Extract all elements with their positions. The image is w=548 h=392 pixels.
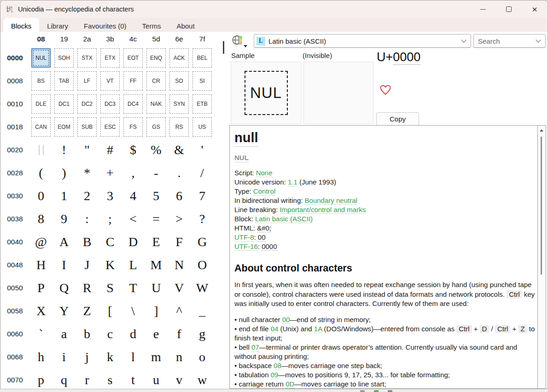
- grid-cell[interactable]: ^: [168, 300, 191, 323]
- grid-cell[interactable]: FS: [122, 115, 145, 138]
- tab-about[interactable]: About: [169, 18, 202, 32]
- grid-cell[interactable]: s: [99, 369, 122, 389]
- grid-cell[interactable]: Q: [52, 277, 76, 300]
- grid-cell[interactable]: EOM: [52, 115, 76, 138]
- grid-cell[interactable]: ;: [99, 208, 122, 231]
- grid-cell[interactable]: SO: [168, 69, 191, 92]
- detail-link[interactable]: 09: [271, 371, 279, 379]
- grid-cell[interactable]: DC1: [52, 92, 76, 115]
- grid-cell[interactable]: N: [168, 254, 191, 277]
- grid-cell[interactable]: :: [76, 208, 99, 231]
- grid-cell[interactable]: L: [122, 254, 145, 277]
- grid-cell[interactable]: NAK: [145, 92, 168, 115]
- grid-cell[interactable]: VT: [99, 69, 122, 92]
- grid-cell[interactable]: V: [168, 277, 191, 300]
- grid-cell[interactable]: <: [122, 208, 145, 231]
- grid-cell[interactable]: EOT: [122, 46, 145, 69]
- grid-cell[interactable]: Z: [76, 300, 99, 323]
- grid-cell[interactable]: 6: [168, 184, 191, 208]
- grid-cell[interactable]: 5: [145, 184, 168, 208]
- grid-cell[interactable]: GS: [145, 115, 168, 138]
- grid-cell[interactable]: Y: [52, 300, 76, 323]
- grid-cell[interactable]: CR: [145, 69, 168, 92]
- grid-cell[interactable]: i: [52, 346, 76, 369]
- grid-cell[interactable]: ETB: [191, 92, 214, 115]
- grid-cell[interactable]: a: [52, 323, 76, 346]
- grid-cell[interactable]: ): [52, 161, 76, 184]
- grid-cell[interactable]: ETX: [99, 46, 122, 69]
- grid-cell[interactable]: ]: [145, 300, 168, 323]
- tab-library[interactable]: Library: [39, 18, 76, 32]
- grid-cell[interactable]: B: [76, 231, 99, 254]
- grid-cell[interactable]: %: [145, 138, 168, 161]
- grid-cell[interactable]: E: [145, 231, 168, 254]
- grid-cell[interactable]: e: [145, 323, 168, 346]
- detail-link[interactable]: UTF-8: [234, 233, 254, 242]
- detail-link[interactable]: Latin basic (ASCII): [255, 215, 313, 223]
- grid-cell[interactable]: TAB: [52, 69, 76, 92]
- grid-cell[interactable]: k: [99, 346, 122, 369]
- detail-link[interactable]: 07: [251, 343, 259, 352]
- grid-cell[interactable]: t: [122, 369, 145, 389]
- grid-cell[interactable]: p: [29, 369, 52, 389]
- grid-cell[interactable]: H: [29, 254, 52, 277]
- tab-favourites-0[interactable]: Favourites (0): [76, 18, 134, 32]
- grid-cell[interactable]: 7: [191, 184, 214, 208]
- grid-cell[interactable]: n: [168, 346, 191, 369]
- detail-link[interactable]: Control: [253, 187, 275, 196]
- scrollbar-thumb[interactable]: [541, 137, 542, 275]
- detail-link[interactable]: UTF-16: [234, 242, 258, 251]
- grid-cell[interactable]: ": [76, 138, 99, 161]
- grid-cell[interactable]: DLE: [29, 92, 52, 115]
- detail-scrollbar[interactable]: [537, 126, 546, 388]
- grid-cell[interactable]: P: [29, 277, 52, 300]
- grid-cell[interactable]: NUL: [29, 46, 52, 69]
- grid-cell[interactable]: _: [191, 300, 214, 323]
- grid-cell[interactable]: c: [99, 323, 122, 346]
- grid-cell[interactable]: ESC: [99, 115, 122, 138]
- grid-cell[interactable]: &: [168, 138, 191, 161]
- selected-grid-cell[interactable]: NUL: [31, 48, 51, 68]
- grid-cell[interactable]: FF: [122, 69, 145, 92]
- grid-cell[interactable]: M: [145, 254, 168, 277]
- grid-cell[interactable]: A: [52, 231, 76, 254]
- grid-cell[interactable]: `: [29, 323, 52, 346]
- grid-cell[interactable]: S: [99, 277, 122, 300]
- detail-link[interactable]: 1.1: [288, 178, 297, 186]
- grid-cell[interactable]: 1: [52, 184, 76, 208]
- copy-button[interactable]: Copy: [376, 112, 419, 126]
- grid-cell[interactable]: j: [76, 346, 99, 369]
- grid-cell[interactable]: R: [76, 277, 99, 300]
- detail-link[interactable]: None: [256, 169, 273, 177]
- grid-cell[interactable]: w: [191, 369, 214, 389]
- grid-cell[interactable]: U: [145, 277, 168, 300]
- grid-cell[interactable]: 2: [76, 184, 99, 208]
- maximize-button[interactable]: [496, 0, 522, 18]
- tab-blocks[interactable]: Blocks: [3, 18, 39, 32]
- grid-cell[interactable]: ENQ: [145, 46, 168, 69]
- grid-cell[interactable]: *: [76, 161, 99, 184]
- grid-cell[interactable]: O: [191, 254, 214, 277]
- grid-cell[interactable]: 4: [122, 184, 145, 208]
- grid-cell[interactable]: (: [29, 161, 52, 184]
- grid-cell[interactable]: 3: [99, 184, 122, 208]
- grid-cell[interactable]: +: [99, 161, 122, 184]
- detail-link[interactable]: Important/control and marks: [280, 206, 366, 214]
- grid-cell[interactable]: >: [168, 208, 191, 231]
- splitter-handle[interactable]: [223, 41, 224, 54]
- grid-cell[interactable]: d: [122, 323, 145, 346]
- grid-cell[interactable]: b: [76, 323, 99, 346]
- tab-terms[interactable]: Terms: [134, 18, 169, 32]
- grid-cell[interactable]: DC3: [99, 92, 122, 115]
- grid-cell[interactable]: SYN: [168, 92, 191, 115]
- grid-cell[interactable]: T: [122, 277, 145, 300]
- grid-cell[interactable]: 0: [29, 184, 52, 208]
- favourite-heart-button[interactable]: [379, 85, 391, 96]
- grid-cell[interactable]: -: [145, 161, 168, 184]
- scrollbar-up-arrow-icon[interactable]: [540, 129, 543, 132]
- grid-cell[interactable]: @: [29, 231, 52, 254]
- grid-cell[interactable]: STX: [76, 46, 99, 69]
- grid-cell[interactable]: I: [52, 254, 76, 277]
- grid-cell[interactable]: K: [99, 254, 122, 277]
- grid-cell[interactable]: LF: [76, 69, 99, 92]
